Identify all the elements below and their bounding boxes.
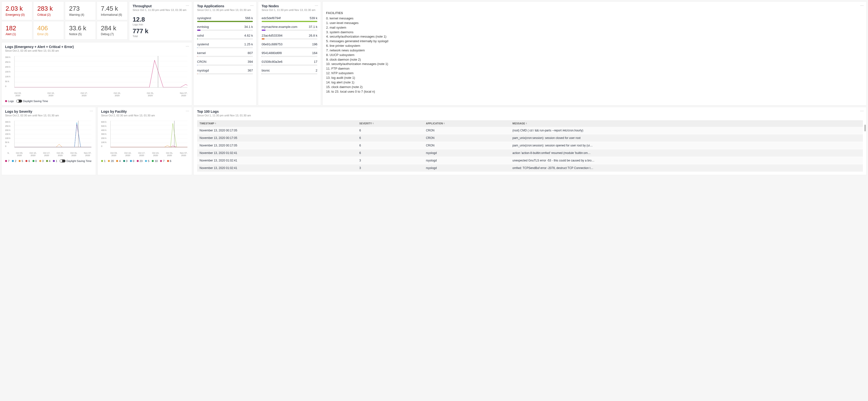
table-row[interactable]: November 13, 2020 00:17:05 6 CRON pam_un…	[197, 134, 863, 142]
stat-value: 273	[69, 5, 92, 12]
top-nodes-panel: ⋯ Top Nodes Since Oct 1, 11:30 pm until …	[258, 1, 321, 105]
bar-value: 37.1 k	[309, 25, 317, 29]
legend-item[interactable]: 5	[19, 159, 23, 162]
sort-icon: ▴▾	[444, 122, 445, 125]
toggle-icon[interactable]	[16, 100, 22, 102]
dst-label: Daylight Saving Time	[66, 159, 91, 162]
legend-item[interactable]: 6	[167, 159, 172, 162]
bar-name: edc5def8794f	[261, 16, 281, 20]
facility-item: 11. FTP daemon	[326, 66, 863, 71]
table-row[interactable]: November 13, 2020 01:02:41 3 rsyslogd om…	[197, 164, 863, 172]
bar-name: 01508c80a3e6	[261, 60, 282, 64]
stat-cell-5[interactable]: 406 Error (3)	[33, 21, 64, 40]
logs-chart-subtitle: Since Oct 2, 02:30 am until Nov 13, 01:3…	[5, 49, 188, 52]
legend-logs[interactable]: Logs	[5, 100, 14, 102]
bar-item[interactable]: bionic2	[261, 69, 317, 74]
stat-label: Critical (2)	[37, 13, 60, 17]
stat-cell-7[interactable]: 284 k Debug (7)	[97, 21, 127, 40]
stat-cell-6[interactable]: 33.6 k Notice (5)	[65, 21, 96, 40]
sort-icon: ▴▾	[526, 122, 527, 125]
bar-item[interactable]: evntslog34.1 k	[197, 25, 253, 31]
severity-chart-subtitle: Since Oct 2, 02:30 am until Nov 13, 01:3…	[5, 114, 92, 117]
bar-item[interactable]: edc5def8794f539 k	[261, 16, 317, 22]
panel-menu-icon[interactable]: ⋯	[186, 44, 189, 48]
cell-application: CRON	[424, 142, 510, 149]
cell-application: CRON	[424, 127, 510, 134]
legend-item[interactable]: 6	[26, 159, 30, 162]
legend-item[interactable]: 4	[116, 159, 121, 162]
severity-chart-area[interactable]: 300 k250 k200 k150 k100 k50 k06,Oct 03,2…	[5, 121, 92, 152]
table-row[interactable]: November 13, 2020 01:02:41 6 rsyslogd ac…	[197, 149, 863, 157]
bar-value: 394	[248, 60, 253, 64]
legend-item[interactable]: 7	[5, 159, 9, 162]
legend-item[interactable]: 3	[39, 159, 44, 162]
bar-item[interactable]: sshd4.62 k	[197, 34, 253, 39]
legend-label: 1	[56, 159, 57, 162]
bar-item[interactable]: kernel807	[197, 51, 253, 57]
col-severity[interactable]: SEVERITY▴▾	[357, 120, 424, 127]
stat-cell-3[interactable]: 7.45 k Informational (6)	[97, 1, 127, 20]
toggle-icon[interactable]	[60, 159, 65, 162]
legend-item[interactable]: 1	[101, 159, 105, 162]
legend-label: 7	[8, 159, 9, 162]
bar-item[interactable]: 95414880d6f8164	[261, 51, 317, 57]
dst-toggle[interactable]: Daylight Saving Time	[60, 159, 91, 162]
facility-item: 10. security/authorization messages (not…	[326, 62, 863, 66]
legend-item[interactable]: 23	[137, 159, 143, 162]
bar-value: 17	[314, 60, 317, 64]
stat-cell-2[interactable]: 273 Warning (4)	[65, 1, 96, 20]
col-message[interactable]: MESSAGE▴▾	[510, 120, 863, 127]
dst-label: Daylight Saving Time	[23, 100, 48, 102]
bar-item[interactable]: systemd1.25 k	[197, 42, 253, 48]
bar-item[interactable]: 06e91c689753196	[261, 42, 317, 48]
legend-item[interactable]: 10	[152, 159, 158, 162]
bar-name: CRON	[197, 60, 206, 64]
stat-label: Emergency (0)	[6, 13, 28, 17]
table-row[interactable]: November 13, 2020 00:17:05 6 CRON (root)…	[197, 127, 863, 134]
facility-item: 9. clock daemon (note 2)	[326, 58, 863, 62]
col-application[interactable]: APPLICATION▴▾	[424, 120, 510, 127]
top-100-logs-panel: ⋯ Top 100 Logs Since Oct 1, 11:30 pm unt…	[193, 107, 867, 175]
bar-item[interactable]: syslogtest566 k	[197, 16, 253, 22]
bar-item[interactable]: 23ac4d53339426.8 k	[261, 34, 317, 39]
legend-item[interactable]: 3	[123, 159, 127, 162]
table-row[interactable]: November 13, 2020 00:17:05 6 CRON pam_un…	[197, 142, 863, 149]
panel-menu-icon[interactable]: ⋯	[90, 109, 93, 113]
bar-item[interactable]: CRON394	[197, 60, 253, 66]
panel-menu-icon[interactable]: ⋯	[250, 4, 254, 7]
stat-cell-4[interactable]: 182 Alert (1)	[1, 21, 32, 40]
col-timestamp[interactable]: TIMESTAMP▴▾	[197, 120, 357, 127]
panel-menu-icon[interactable]: ⋯	[315, 4, 318, 7]
stat-value: 406	[37, 25, 60, 32]
legend-item[interactable]: 0	[130, 159, 134, 162]
legend-label: 4	[49, 159, 51, 162]
stat-value: 182	[6, 25, 28, 32]
bar-name: bionic	[261, 69, 270, 72]
bar-item[interactable]: mymachine.example.com37.1 k	[261, 25, 317, 31]
stat-cell-0[interactable]: 2.03 k Emergency (0)	[1, 1, 32, 20]
bar-item[interactable]: 01508c80a3e617	[261, 60, 317, 66]
panel-menu-icon[interactable]: ⋯	[186, 4, 189, 7]
legend-item[interactable]: 7	[160, 159, 164, 162]
legend-item[interactable]: 0	[32, 159, 37, 162]
table-row[interactable]: November 13, 2020 01:02:41 3 rsyslogd un…	[197, 157, 863, 164]
panel-menu-icon[interactable]: ⋯	[860, 109, 864, 113]
legend-item[interactable]: 2	[12, 159, 16, 162]
panel-menu-icon[interactable]: ⋯	[860, 4, 864, 7]
logs-chart-area[interactable]: 300 k250 k200 k150 k100 k50 k0Oct 03,202…	[5, 56, 188, 92]
legend-item[interactable]: 20	[108, 159, 114, 162]
stat-label: Informational (6)	[101, 13, 123, 17]
dst-toggle[interactable]: Daylight Saving Time	[16, 100, 48, 102]
legend-item[interactable]: 1	[53, 159, 57, 162]
bar-item[interactable]: rsyslogd367	[197, 69, 253, 74]
facility-chart-area[interactable]: 600 k500 k400 k300 k200 k100 k0Oct 03,20…	[101, 121, 188, 152]
stat-cell-1[interactable]: 283 k Critical (2)	[33, 1, 64, 20]
scrollbar-thumb[interactable]	[864, 125, 866, 131]
panel-menu-icon[interactable]: ⋯	[186, 109, 189, 113]
stat-label: Warning (4)	[69, 13, 92, 17]
top-nodes-title: Top Nodes	[261, 4, 317, 8]
legend-item[interactable]: 4	[46, 159, 51, 162]
legend-item[interactable]: 5	[145, 159, 149, 162]
legend-label: 1	[104, 159, 105, 162]
legend-label: 20	[111, 159, 114, 162]
